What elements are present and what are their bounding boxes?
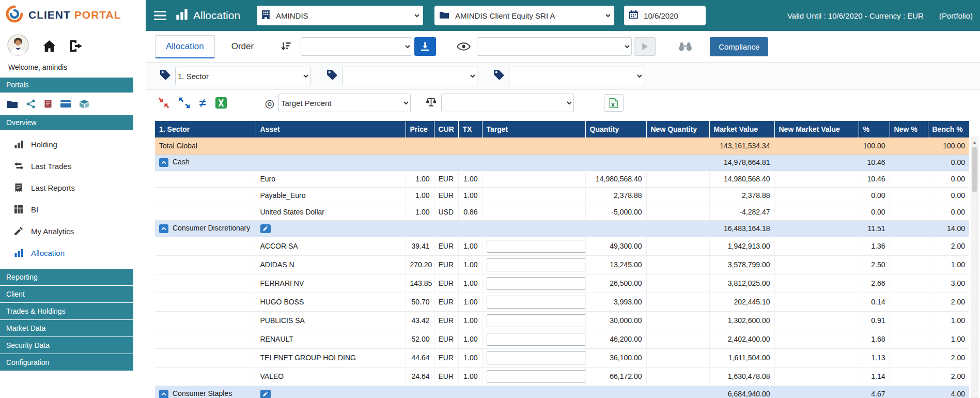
column-header-new-market-value[interactable]: New Market Value bbox=[774, 121, 859, 137]
grouping-select-1[interactable]: 1. Sector bbox=[175, 67, 310, 85]
excel-button[interactable] bbox=[215, 97, 227, 109]
column-header-asset[interactable]: Asset bbox=[256, 121, 406, 137]
edit-group-button[interactable] bbox=[260, 390, 271, 398]
tab-allocation[interactable]: Allocation bbox=[155, 35, 215, 58]
collapse-group-button[interactable] bbox=[159, 224, 168, 233]
column-header-[interactable]: % bbox=[859, 121, 890, 137]
not-equal-filter-button[interactable]: ≠ bbox=[199, 97, 206, 109]
new-pct-cell bbox=[890, 367, 928, 386]
column-header-bench[interactable]: Bench % bbox=[928, 121, 969, 137]
asset-row[interactable]: Euro1.00EUR1.0014,980,568.4014,980,568.4… bbox=[155, 171, 969, 187]
search-binoculars-button[interactable] bbox=[678, 42, 692, 51]
target-input[interactable] bbox=[487, 351, 586, 364]
grouping-select-3[interactable] bbox=[509, 67, 644, 85]
column-header-quantity[interactable]: Quantity bbox=[585, 121, 646, 137]
target-input[interactable] bbox=[487, 240, 586, 253]
run-button[interactable] bbox=[634, 37, 656, 56]
asset-row[interactable]: HUGO BOSS50.70EUR1.003,993.00202,445.100… bbox=[155, 293, 969, 311]
bench-pct-cell: 0.00 bbox=[928, 171, 969, 187]
pct-cell: 1.68 bbox=[859, 330, 890, 348]
asset-row[interactable]: FERRARI NV143.85EUR1.0026,500.003,812,02… bbox=[155, 274, 969, 293]
target-mode-select[interactable]: Target Percent bbox=[278, 94, 411, 112]
group-row[interactable]: Consumer Discretionary16,483,164.1811.51… bbox=[155, 220, 969, 237]
sidebar-item-my-analytics[interactable]: My Analytics bbox=[0, 220, 146, 242]
column-header-price[interactable]: Price bbox=[406, 121, 434, 137]
logo-swirl-icon bbox=[5, 5, 24, 25]
sidebar-item-bi[interactable]: BI bbox=[0, 198, 146, 220]
asset-row[interactable]: United States Dollar1.00USD0.86-5,000.00… bbox=[155, 204, 969, 220]
collapse-group-button[interactable] bbox=[159, 390, 168, 398]
export-excel-button[interactable] bbox=[604, 94, 624, 112]
sidebar-section-reporting[interactable]: Reporting bbox=[0, 269, 133, 285]
tab-order[interactable]: Order bbox=[221, 36, 264, 57]
client-select[interactable]: AMINDIS bbox=[274, 7, 421, 24]
target-input[interactable] bbox=[487, 370, 586, 383]
edit-group-button[interactable] bbox=[260, 224, 271, 233]
column-header-cur[interactable]: CUR bbox=[434, 121, 458, 137]
target-input[interactable] bbox=[487, 277, 586, 290]
vertical-scrollbar[interactable]: ▲ bbox=[971, 137, 978, 398]
column-header-1-sector[interactable]: 1. Sector bbox=[155, 121, 256, 137]
sidebar-item-holding[interactable]: Holding bbox=[0, 133, 146, 155]
target-mode-group: ◎ Target Percent bbox=[265, 94, 411, 112]
template-sort-icon[interactable] bbox=[281, 42, 291, 51]
target-input[interactable] bbox=[487, 314, 586, 327]
currency-cell: EUR bbox=[434, 255, 458, 274]
sidebar-section-client[interactable]: Client bbox=[0, 286, 133, 302]
currency-cell: EUR bbox=[434, 348, 458, 367]
asset-row[interactable]: VALEO24.64EUR1.0066,172.001,630,478.081.… bbox=[155, 367, 969, 386]
asset-row[interactable]: PUBLICIS SA43.42EUR1.0030,000.001,302,60… bbox=[155, 311, 969, 330]
grouping-select-2[interactable] bbox=[342, 67, 477, 85]
sidebar-section-configuration[interactable]: Configuration bbox=[0, 354, 133, 371]
asset-row[interactable]: RENAULT52.00EUR1.0046,200.002,402,400.00… bbox=[155, 330, 969, 348]
sidebar-section-security-data[interactable]: Security Data bbox=[0, 337, 133, 354]
compliance-button[interactable]: Compliance bbox=[710, 37, 768, 56]
sidebar-item-label: Last Reports bbox=[31, 183, 75, 192]
expand-all-button[interactable] bbox=[179, 97, 190, 109]
column-header-new-quantity[interactable]: New Quantity bbox=[646, 121, 709, 137]
rebalance-select[interactable] bbox=[441, 94, 574, 112]
view-select[interactable] bbox=[477, 37, 632, 56]
card-icon[interactable] bbox=[60, 100, 71, 108]
new-market-value-cell bbox=[774, 348, 859, 367]
new-quantity-cell bbox=[646, 237, 709, 255]
group-row[interactable]: Consumer Staples6,684,940.004.674.00 bbox=[155, 386, 969, 398]
folder-icon[interactable] bbox=[7, 100, 18, 108]
cube-icon[interactable] bbox=[80, 100, 89, 109]
column-header-market-value[interactable]: Market Value bbox=[709, 121, 774, 137]
scroll-thumb[interactable] bbox=[972, 147, 977, 192]
collapse-all-button[interactable] bbox=[158, 97, 169, 109]
sidebar-item-label: Holding bbox=[31, 140, 57, 149]
target-input[interactable] bbox=[487, 333, 586, 346]
logout-button[interactable] bbox=[70, 40, 83, 52]
quantity-cell: 36,100.00 bbox=[585, 348, 646, 367]
overview-section-header[interactable]: Overview bbox=[0, 115, 133, 130]
portals-section-header[interactable]: Portals bbox=[0, 78, 133, 93]
sidebar-item-allocation[interactable]: Allocation bbox=[0, 242, 146, 264]
sidebar-section-trades-holdings[interactable]: Trades & Holdings bbox=[0, 303, 133, 319]
date-input[interactable] bbox=[643, 11, 694, 21]
menu-toggle-button[interactable] bbox=[154, 11, 166, 20]
sidebar-item-last-reports[interactable]: Last Reports bbox=[0, 177, 146, 198]
portfolio-select[interactable]: AMINDIS Client Equity SRI A bbox=[453, 7, 612, 24]
sidebar-section-market-data[interactable]: Market Data bbox=[0, 320, 133, 336]
asset-row[interactable]: ADIDAS N270.20EUR1.0013,245.003,578,799.… bbox=[155, 255, 969, 274]
home-button[interactable] bbox=[43, 40, 56, 52]
pct-cell: 1.13 bbox=[859, 348, 890, 367]
asset-row[interactable]: TELENET GROUP HOLDING44.64EUR1.0036,100.… bbox=[155, 348, 969, 367]
share-icon[interactable] bbox=[26, 99, 36, 109]
invoice-icon[interactable] bbox=[44, 100, 52, 108]
template-select[interactable] bbox=[301, 37, 412, 56]
column-header-target[interactable]: Target bbox=[482, 121, 585, 137]
column-header-new[interactable]: New % bbox=[890, 121, 928, 137]
collapse-group-button[interactable] bbox=[159, 158, 168, 167]
group-row[interactable]: Cash14,978,664.8110.460.00 bbox=[155, 154, 969, 171]
asset-row[interactable]: ACCOR SA39.41EUR1.0049,300.001,942,913.0… bbox=[155, 237, 969, 255]
sidebar-item-last-trades[interactable]: Last Trades bbox=[0, 155, 146, 177]
target-input[interactable] bbox=[487, 296, 586, 309]
scroll-up-icon[interactable]: ▲ bbox=[971, 138, 978, 146]
asset-row[interactable]: Payable_Euro1.00EUR1.002,378.882,378.880… bbox=[155, 187, 969, 204]
target-input[interactable] bbox=[487, 258, 586, 271]
column-header-tx[interactable]: TX bbox=[458, 121, 482, 137]
download-button[interactable] bbox=[414, 37, 436, 56]
